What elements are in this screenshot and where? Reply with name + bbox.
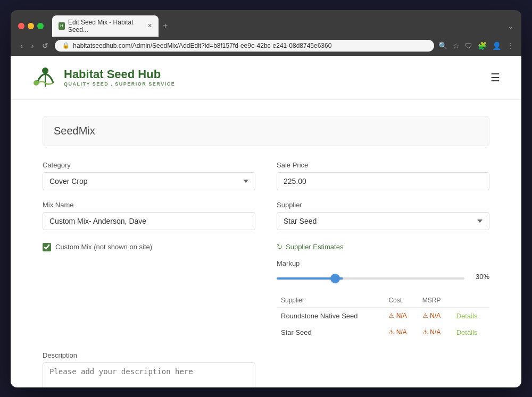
bookmark-icon[interactable]: ☆ [453,41,460,50]
supplier-estimates-group: ↻ Supplier Estimates Markup 30% [277,241,489,341]
description-group: Description [43,351,255,387]
custom-mix-checkbox-row: Custom Mix (not shown on site) [43,243,255,251]
logo-title: Habitat Seed Hub [64,68,175,81]
custom-mix-checkbox-label: Custom Mix (not shown on site) [55,243,152,251]
description-textarea[interactable] [43,362,255,387]
supplier-cost: ⚠ N/A [384,324,418,341]
refresh-button[interactable]: ↺ [40,40,51,51]
markup-group: Markup 30% [277,258,489,282]
col-supplier: Supplier [277,293,384,308]
supplier-label: Supplier [277,201,489,209]
page-title: SeedMix [54,125,478,137]
mix-name-group: Mix Name [43,201,255,230]
supplier-table: Supplier Cost MSRP Roundstone Native See… [277,293,489,341]
shield-icon[interactable]: 🛡 [465,41,472,50]
forward-button[interactable]: › [29,40,36,51]
logo-area: Habitat Seed Hub QUALITY SEED . SUPERIOR… [32,64,175,91]
supplier-table-header-row: Supplier Cost MSRP [277,293,489,308]
form-grid: Category Cover Crop Native Grass Wildflo… [43,161,489,387]
col-cost: Cost [384,293,418,308]
browser-expand-icon[interactable]: ⌄ [508,22,514,30]
category-select[interactable]: Cover Crop Native Grass Wildflower Pastu… [43,172,255,190]
refresh-icon: ↻ [277,243,282,251]
mix-name-input[interactable] [43,212,255,230]
supplier-group: Supplier Star Seed Roundstone Native See… [277,201,489,230]
address-bar-row: ‹ › ↺ 🔒 habitatseedhub.com/Admin/SeedMix… [11,37,521,56]
slider-container [277,272,464,282]
custom-mix-group: Custom Mix (not shown on site) [43,241,255,341]
url-text: habitatseedhub.com/Admin/SeedMix/AddEdit… [73,42,331,49]
menu-icon[interactable]: ⋮ [506,41,514,50]
markup-row: 30% [277,272,489,282]
close-button[interactable] [18,23,24,29]
markup-slider[interactable] [277,277,464,280]
warning-icon: ⚠ N/A [388,328,413,336]
logo-icon [32,64,59,91]
svg-point-0 [42,67,48,74]
col-msrp: MSRP [418,293,452,308]
profile-icon[interactable]: 👤 [492,41,501,50]
fullscreen-button[interactable] [37,23,44,29]
col-actions [452,293,489,308]
tab-favicon: H [59,22,65,30]
warning-icon: ⚠ N/A [422,328,448,336]
details-link-roundstone[interactable]: Details [456,312,478,320]
warning-icon: ⚠ N/A [422,312,448,319]
table-row: Roundstone Native Seed ⚠ N/A ⚠ N/A Detai… [277,307,489,324]
supplier-select[interactable]: Star Seed Roundstone Native Seed Other [277,212,489,230]
table-row: Star Seed ⚠ N/A ⚠ N/A Details [277,324,489,341]
category-group: Category Cover Crop Native Grass Wildflo… [43,161,255,190]
supplier-table-body: Roundstone Native Seed ⚠ N/A ⚠ N/A Detai… [277,307,489,341]
supplier-details-cell: Details [452,324,489,341]
category-label: Category [43,161,255,169]
browser-titlebar: H Edit Seed Mix - Habitat Seed... ✕ + ⌄ [11,10,521,37]
supplier-cost: ⚠ N/A [384,307,418,324]
logo-tagline: QUALITY SEED . SUPERIOR SERVICE [64,81,175,87]
minimize-button[interactable] [28,23,34,29]
supplier-msrp: ⚠ N/A [418,307,452,324]
main-content: SeedMix Category Cover Crop Native Grass… [11,100,521,387]
svg-point-1 [34,80,39,86]
supplier-details-cell: Details [452,307,489,324]
browser-window: H Edit Seed Mix - Habitat Seed... ✕ + ⌄ … [11,10,521,387]
hamburger-menu-icon[interactable]: ☰ [491,71,500,84]
lock-icon: 🔒 [62,42,70,49]
markup-value: 30% [471,273,489,281]
tab-bar: H Edit Seed Mix - Habitat Seed... ✕ + ⌄ [52,15,514,37]
page-content: Habitat Seed Hub QUALITY SEED . SUPERIOR… [11,56,521,387]
warning-icon: ⚠ N/A [388,312,413,319]
supplier-name: Roundstone Native Seed [277,307,384,324]
page-heading-box: SeedMix [43,116,489,146]
logo-text: Habitat Seed Hub QUALITY SEED . SUPERIOR… [64,68,175,86]
supplier-estimates-text: Supplier Estimates [286,243,343,251]
supplier-name: Star Seed [277,324,384,341]
mix-name-label: Mix Name [43,201,255,209]
search-icon[interactable]: 🔍 [438,41,447,50]
sale-price-input[interactable] [277,172,489,190]
browser-actions: 🔍 ☆ 🛡 🧩 👤 ⋮ [438,41,514,50]
back-button[interactable]: ‹ [18,40,25,51]
browser-controls: H Edit Seed Mix - Habitat Seed... ✕ + ⌄ [18,15,514,37]
address-bar[interactable]: 🔒 habitatseedhub.com/Admin/SeedMix/AddEd… [55,40,434,52]
site-header: Habitat Seed Hub QUALITY SEED . SUPERIOR… [11,56,521,100]
extension-icon[interactable]: 🧩 [478,41,487,50]
markup-label: Markup [277,259,300,267]
browser-tab-active[interactable]: H Edit Seed Mix - Habitat Seed... ✕ [52,15,159,37]
description-label: Description [43,351,255,359]
sale-price-label: Sale Price [277,161,489,169]
supplier-table-head: Supplier Cost MSRP [277,293,489,308]
new-tab-button[interactable]: + [161,19,170,33]
details-link-starseed[interactable]: Details [456,328,478,336]
tab-title: Edit Seed Mix - Habitat Seed... [68,19,142,33]
tab-close-icon[interactable]: ✕ [147,22,152,29]
sale-price-group: Sale Price [277,161,489,190]
supplier-estimates-link[interactable]: ↻ Supplier Estimates [277,243,489,251]
traffic-lights [18,23,44,29]
custom-mix-checkbox[interactable] [43,243,51,251]
supplier-msrp: ⚠ N/A [418,324,452,341]
